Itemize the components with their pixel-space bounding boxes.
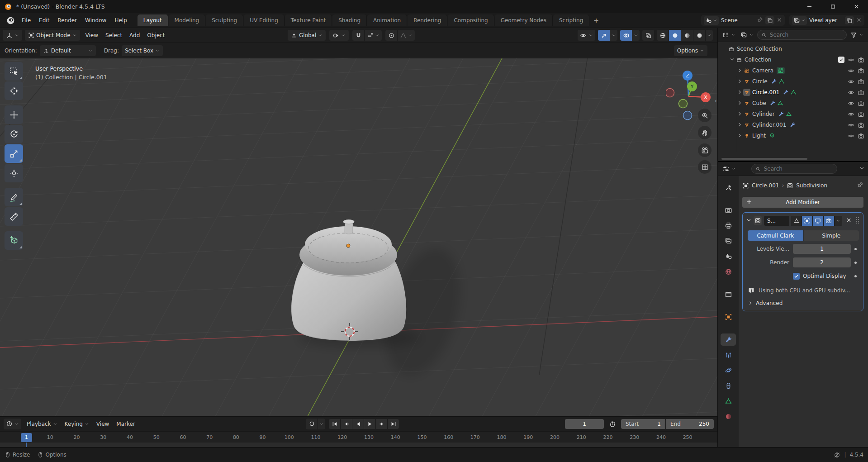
disable-render-icon[interactable] bbox=[858, 57, 864, 63]
scene-selector[interactable]: Scene bbox=[701, 15, 785, 26]
add-workspace-button[interactable]: + bbox=[589, 15, 603, 26]
outliner-row-cylinder-001[interactable]: Cylinder.001 bbox=[718, 119, 868, 130]
expand-chevron-icon[interactable] bbox=[737, 122, 743, 128]
workspace-tab-texture-paint[interactable]: Texture Paint bbox=[285, 14, 332, 26]
shading-solid-icon[interactable] bbox=[669, 30, 681, 41]
region-collapse-icon[interactable]: ‹ bbox=[715, 97, 717, 104]
transport-jump-start-button[interactable] bbox=[329, 419, 340, 429]
tool-measure-button[interactable] bbox=[5, 207, 23, 226]
properties-tab-object[interactable] bbox=[721, 311, 736, 323]
pan-hand-button[interactable] bbox=[698, 126, 711, 139]
hide-eye-icon[interactable] bbox=[848, 89, 854, 96]
zoom-button[interactable] bbox=[698, 109, 711, 122]
modifier-name-field[interactable]: S... bbox=[764, 216, 789, 226]
proportional-falloff-dropdown[interactable] bbox=[398, 30, 415, 41]
properties-tab-particles[interactable] bbox=[721, 349, 736, 361]
properties-tab-material[interactable] bbox=[721, 410, 736, 423]
options-dropdown[interactable]: Options bbox=[674, 45, 707, 56]
hide-eye-icon[interactable] bbox=[848, 78, 854, 85]
properties-tab-collection[interactable] bbox=[721, 288, 736, 300]
shading-dropdown[interactable] bbox=[706, 30, 713, 41]
transport-play-reverse-button[interactable] bbox=[352, 419, 364, 429]
auto-keying-dropdown[interactable] bbox=[318, 419, 325, 429]
levels-viewport-field[interactable]: 1 bbox=[793, 244, 851, 254]
properties-tab-constraints[interactable] bbox=[721, 380, 736, 392]
properties-search[interactable] bbox=[751, 164, 837, 174]
modifier-drag-handle[interactable] bbox=[856, 217, 860, 224]
hide-eye-icon[interactable] bbox=[848, 100, 854, 107]
tool-annotate-button[interactable] bbox=[5, 188, 23, 206]
disable-render-icon[interactable] bbox=[858, 133, 864, 139]
playhead-line[interactable] bbox=[26, 443, 27, 447]
disable-render-icon[interactable] bbox=[858, 122, 864, 129]
levels-viewport-decorator[interactable] bbox=[851, 248, 860, 250]
drag-dropdown[interactable]: Select Box bbox=[122, 45, 163, 56]
scene-pin-icon[interactable] bbox=[757, 17, 763, 24]
hide-eye-icon[interactable] bbox=[848, 111, 854, 118]
outliner-search[interactable] bbox=[757, 30, 847, 40]
scene-name[interactable]: Scene bbox=[721, 17, 754, 24]
render-levels-field[interactable]: 2 bbox=[793, 257, 851, 267]
mode-dropdown[interactable]: Object Mode bbox=[25, 30, 80, 41]
pin-id-icon[interactable] bbox=[857, 181, 863, 190]
outliner-row-light[interactable]: Light bbox=[718, 130, 868, 141]
outliner-horizontal-scrollbar[interactable] bbox=[721, 158, 807, 160]
properties-tab-view-layer[interactable] bbox=[721, 235, 736, 247]
properties-search-input[interactable] bbox=[763, 165, 833, 172]
view-layer-name[interactable]: ViewLayer bbox=[809, 17, 843, 24]
menubar-menu-render[interactable]: Render bbox=[53, 15, 81, 26]
proportional-edit-toggle[interactable] bbox=[385, 30, 397, 41]
outliner-row-cube[interactable]: Cube bbox=[718, 98, 868, 109]
outliner-item-name[interactable]: Light bbox=[752, 133, 766, 139]
workspace-tab-layout[interactable]: Layout bbox=[138, 14, 168, 26]
outliner-row-collection[interactable]: Collection bbox=[718, 54, 868, 65]
timeline-ruler[interactable]: 1 10203040506070809010011012013014015016… bbox=[0, 431, 717, 443]
workspace-tab-animation[interactable]: Animation bbox=[367, 14, 407, 26]
camera-view-button[interactable] bbox=[698, 143, 711, 157]
tool-transform-button[interactable] bbox=[5, 164, 23, 182]
hide-eye-icon[interactable] bbox=[848, 67, 854, 74]
catmull-clark-button[interactable]: Catmull-Clark bbox=[748, 230, 803, 241]
tool-scale-button[interactable] bbox=[5, 144, 23, 163]
overlays-dropdown[interactable] bbox=[632, 30, 640, 41]
expand-chevron-icon[interactable] bbox=[737, 89, 743, 95]
outliner-item-name[interactable]: Cylinder.001 bbox=[752, 122, 786, 128]
scene-browse-icon[interactable] bbox=[704, 16, 719, 25]
timeline-menu-playback[interactable]: Playback bbox=[23, 419, 61, 429]
show-gizmo-toggle[interactable] bbox=[598, 30, 610, 41]
orientation-default-dropdown[interactable]: Default bbox=[40, 45, 96, 56]
menubar-menu-window[interactable]: Window bbox=[81, 15, 110, 26]
outliner-item-name[interactable]: Cylinder bbox=[752, 111, 775, 117]
view-layer-selector[interactable]: ViewLayer bbox=[789, 15, 864, 26]
properties-options-chevron[interactable] bbox=[859, 165, 865, 172]
expand-chevron-icon[interactable] bbox=[737, 78, 743, 85]
menubar-menu-file[interactable]: File bbox=[18, 15, 35, 26]
viewport-menu-select[interactable]: Select bbox=[102, 30, 126, 41]
start-frame-field[interactable]: Start 1 bbox=[621, 419, 665, 429]
timeline-menu-marker[interactable]: Marker bbox=[113, 419, 138, 429]
hide-eye-icon[interactable] bbox=[848, 122, 854, 129]
ortho-perspective-button[interactable] bbox=[698, 160, 711, 174]
transport-prev-keyframe-button[interactable] bbox=[341, 419, 352, 429]
expand-chevron-icon[interactable] bbox=[737, 133, 743, 139]
outliner-item-name[interactable]: Collection bbox=[745, 57, 771, 63]
outliner-editor-type-button[interactable] bbox=[721, 29, 737, 40]
maximize-icon[interactable] bbox=[821, 0, 844, 13]
show-object-types-dropdown[interactable] bbox=[578, 30, 595, 41]
outliner-item-name[interactable]: Circle bbox=[752, 78, 768, 85]
optimal-display-checkbox[interactable] bbox=[793, 273, 800, 280]
outliner-row-cylinder[interactable]: Cylinder bbox=[718, 109, 868, 119]
properties-tab-modifiers[interactable] bbox=[721, 333, 736, 346]
outliner-row-circle-001[interactable]: Circle.001 bbox=[718, 87, 868, 98]
xray-toggle[interactable] bbox=[642, 30, 654, 41]
outliner-row-camera[interactable]: Camera bbox=[718, 65, 868, 76]
tool-select-box-button[interactable] bbox=[5, 62, 23, 81]
transform-orientation-dropdown[interactable]: Global bbox=[288, 30, 326, 41]
toggle-render-icon[interactable] bbox=[824, 216, 834, 226]
workspace-tab-sculpting[interactable]: Sculpting bbox=[206, 14, 243, 26]
tool-add-cube-button[interactable] bbox=[5, 231, 23, 250]
outliner-item-name[interactable]: Circle.001 bbox=[752, 89, 779, 95]
snap-toggle-magnet-icon[interactable] bbox=[352, 30, 364, 41]
properties-tab-render[interactable] bbox=[721, 204, 736, 216]
minimize-icon[interactable] bbox=[797, 0, 821, 13]
